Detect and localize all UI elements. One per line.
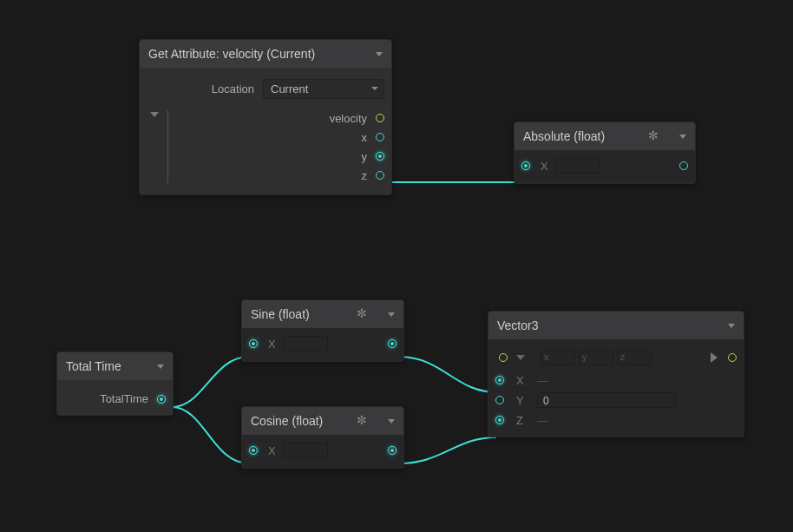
output-port-z[interactable] bbox=[376, 171, 384, 180]
output-port-x[interactable] bbox=[376, 133, 384, 141]
row-label-z: Z bbox=[516, 414, 528, 427]
node-title: Absolute (float) bbox=[523, 129, 643, 143]
output-port[interactable] bbox=[388, 339, 396, 348]
chevron-down-icon[interactable] bbox=[388, 312, 395, 317]
node-body: TotalTime bbox=[57, 380, 173, 415]
collapse-icon[interactable] bbox=[150, 112, 159, 117]
node-body: Location Current velocity x y bbox=[140, 68, 391, 194]
node-body: X bbox=[242, 435, 403, 468]
input-port-y[interactable] bbox=[495, 396, 504, 404]
node-title: Get Attribute: velocity (Current) bbox=[148, 47, 370, 61]
divider bbox=[167, 110, 168, 183]
node-header[interactable]: Cosine (float) bbox=[242, 407, 403, 435]
node-header[interactable]: Total Time bbox=[57, 352, 173, 380]
output-port[interactable] bbox=[388, 446, 396, 455]
node-title: Vector3 bbox=[497, 319, 723, 332]
location-dropdown[interactable]: Current bbox=[263, 79, 384, 99]
input-field-x[interactable] bbox=[283, 443, 328, 458]
output-label: TotalTime bbox=[100, 392, 148, 405]
node-body: X bbox=[514, 150, 695, 183]
row-value-x: — bbox=[537, 374, 548, 387]
input-port-x[interactable] bbox=[249, 446, 258, 455]
chevron-down-icon[interactable] bbox=[388, 419, 395, 424]
node-header[interactable]: Sine (float) bbox=[242, 300, 403, 328]
inline-x[interactable]: x bbox=[541, 350, 575, 365]
param-label: Location bbox=[212, 82, 254, 95]
chevron-down-icon[interactable] bbox=[376, 52, 383, 56]
input-port-x[interactable] bbox=[249, 339, 258, 348]
node-title: Cosine (float) bbox=[251, 414, 351, 428]
node-total-time[interactable]: Total Time TotalTime bbox=[56, 351, 174, 416]
xyz-inline: x y z bbox=[541, 350, 652, 365]
row-label-x: X bbox=[516, 374, 528, 387]
input-port-x[interactable] bbox=[521, 161, 530, 170]
row-field-y[interactable]: 0 bbox=[537, 392, 676, 408]
row-label-y: Y bbox=[516, 394, 528, 407]
output-label-y: y bbox=[362, 150, 368, 163]
output-label-velocity: velocity bbox=[330, 112, 367, 125]
node-sine[interactable]: Sine (float) X bbox=[241, 299, 404, 362]
play-icon[interactable] bbox=[711, 352, 718, 363]
node-header[interactable]: Vector3 bbox=[488, 312, 744, 339]
node-absolute[interactable]: Absolute (float) X bbox=[514, 122, 696, 184]
output-port-y[interactable] bbox=[376, 152, 384, 161]
chevron-down-icon[interactable] bbox=[157, 365, 164, 369]
input-label-x: X bbox=[268, 444, 276, 457]
output-label-z: z bbox=[362, 169, 368, 182]
node-title: Total Time bbox=[66, 359, 152, 373]
chevron-down-icon[interactable] bbox=[728, 324, 735, 328]
node-header[interactable]: Absolute (float) bbox=[514, 122, 695, 150]
output-port-velocity[interactable] bbox=[376, 114, 384, 122]
output-port-vec[interactable] bbox=[728, 353, 737, 362]
dropdown-value: Current bbox=[271, 82, 308, 95]
output-label-x: x bbox=[362, 131, 368, 144]
input-label-x: X bbox=[541, 160, 548, 173]
inline-vec-port[interactable] bbox=[499, 353, 508, 362]
gear-icon[interactable] bbox=[357, 415, 369, 427]
inline-z[interactable]: z bbox=[617, 350, 652, 365]
input-port-z[interactable] bbox=[495, 416, 504, 424]
input-port-x[interactable] bbox=[495, 376, 504, 384]
gear-icon[interactable] bbox=[648, 130, 660, 142]
node-body: X bbox=[242, 328, 403, 361]
node-header[interactable]: Get Attribute: velocity (Current) bbox=[140, 40, 391, 68]
node-vector3[interactable]: Vector3 x y z X — bbox=[488, 311, 744, 437]
node-cosine[interactable]: Cosine (float) X bbox=[241, 406, 404, 469]
gear-icon[interactable] bbox=[357, 308, 369, 320]
output-port[interactable] bbox=[157, 395, 166, 404]
input-label-x: X bbox=[268, 338, 276, 351]
output-port[interactable] bbox=[679, 161, 688, 170]
input-field-x[interactable] bbox=[555, 158, 600, 174]
node-body: x y z X — Y 0 Z — bbox=[488, 339, 744, 437]
collapse-icon[interactable] bbox=[516, 355, 525, 360]
chevron-down-icon[interactable] bbox=[679, 135, 686, 139]
input-field-x[interactable] bbox=[283, 336, 328, 351]
node-get-attribute[interactable]: Get Attribute: velocity (Current) Locati… bbox=[139, 39, 392, 195]
row-value-z: — bbox=[537, 414, 548, 427]
node-title: Sine (float) bbox=[251, 307, 351, 321]
inline-y[interactable]: y bbox=[579, 350, 613, 365]
